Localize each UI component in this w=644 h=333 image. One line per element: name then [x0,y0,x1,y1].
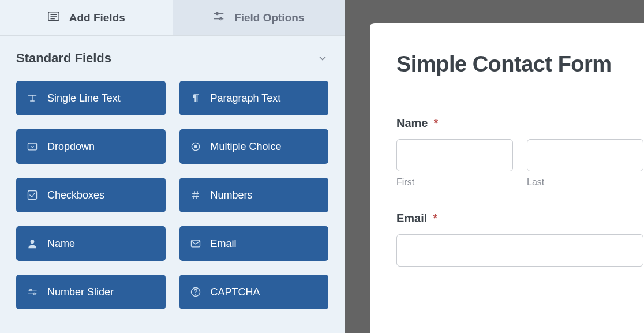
label-text: Name [396,117,428,130]
field-label: Single Line Text [47,92,121,104]
form-title: Simple Contact Form [396,52,643,77]
hash-icon [190,189,201,201]
email-input[interactable] [396,234,643,267]
paragraph-icon [190,92,201,104]
field-label: Checkboxes [47,189,104,201]
radio-icon [190,141,201,152]
field-label: Number Slider [47,286,114,298]
svg-rect-8 [28,143,37,150]
required-mark: * [433,117,438,130]
field-multiple-choice[interactable]: Multiple Choice [179,129,329,164]
field-label-name: Name * [396,117,643,130]
last-name-sublabel: Last [527,177,643,188]
svg-rect-17 [191,240,200,247]
form-field-email[interactable]: Email * [396,212,643,267]
text-icon [27,92,38,104]
checkbox-icon [27,189,38,201]
person-icon [27,238,38,249]
field-checkboxes[interactable]: Checkboxes [16,178,166,212]
title-rule [396,93,643,93]
field-numbers[interactable]: Numbers [179,178,329,212]
svg-line-14 [193,191,194,199]
section-standard-fields[interactable]: Standard Fields [0,36,345,73]
svg-point-10 [194,145,197,148]
dropdown-icon [27,141,38,152]
field-paragraph-text[interactable]: Paragraph Text [179,81,329,115]
field-name[interactable]: Name [16,226,166,261]
form-field-name[interactable]: Name * First Last [396,117,643,188]
field-label: CAPTCHA [211,286,260,298]
label-text: Email [396,212,427,225]
tab-field-options[interactable]: Field Options [173,0,345,35]
slider-icon [27,286,38,298]
field-label: Paragraph Text [211,92,281,104]
question-icon [190,286,201,298]
field-label: Name [47,238,75,250]
field-captcha[interactable]: CAPTCHA [179,275,329,309]
list-icon [47,10,60,25]
sidebar-tabs: Add Fields Field Options [0,0,345,36]
svg-line-15 [196,191,197,199]
last-name-input[interactable] [527,139,643,171]
section-title: Standard Fields [16,51,111,66]
first-name-sublabel: First [396,177,513,188]
field-label: Multiple Choice [211,141,282,153]
tab-add-fields[interactable]: Add Fields [0,0,173,35]
field-label: Dropdown [47,141,95,153]
svg-point-16 [31,240,35,244]
builder-sidebar: Add Fields Field Options Standard Fields… [0,0,345,333]
field-label: Email [211,238,237,250]
field-grid: Single Line Text Paragraph Text Dropdown [0,73,345,325]
first-name-input[interactable] [396,139,513,171]
field-single-line-text[interactable]: Single Line Text [16,81,166,115]
tab-label: Add Fields [69,12,125,24]
field-number-slider[interactable]: Number Slider [16,275,166,309]
tab-label: Field Options [234,12,304,24]
field-label-email: Email * [396,212,643,225]
preview-pane: Simple Contact Form Name * First Last [345,0,644,333]
chevron-down-icon [317,53,328,64]
field-email[interactable]: Email [179,226,329,261]
form-canvas[interactable]: Simple Contact Form Name * First Last [370,23,644,333]
svg-point-23 [195,294,196,295]
field-dropdown[interactable]: Dropdown [16,129,166,164]
svg-rect-11 [28,191,37,200]
sliders-icon [212,10,225,25]
envelope-icon [190,238,201,249]
field-label: Numbers [211,189,253,201]
required-mark: * [433,212,437,225]
